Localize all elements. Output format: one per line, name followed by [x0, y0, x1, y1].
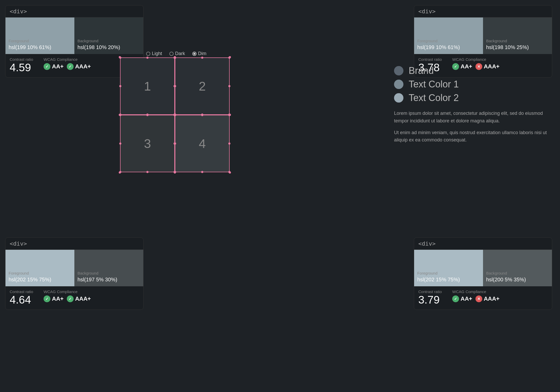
- panel-tr-tag: <div>: [414, 5, 552, 17]
- handle-c3-ml[interactable]: [119, 142, 121, 145]
- handle-c1-tl[interactable]: [119, 57, 121, 59]
- grid-cell-1-label: 1: [144, 79, 151, 93]
- panel-tl-aaa-icon: ✓: [67, 63, 74, 70]
- theme-option-light[interactable]: Light: [146, 51, 162, 56]
- theme-selector: Light Dark Dim: [146, 51, 206, 56]
- panel-bl-contrast-value: 4.64: [10, 294, 33, 305]
- theme-dim-label: Dim: [198, 51, 206, 56]
- panel-br-contrast-label: Contrast ratio: [418, 289, 442, 294]
- handle-c3-tm[interactable]: [146, 114, 148, 116]
- handle-c2-tr[interactable]: [228, 57, 230, 59]
- panel-tl-fg-value: hsl(199 10% 61%): [9, 44, 51, 51]
- panel-bl-fg-value: hsl(202 15% 75%): [9, 276, 51, 283]
- handle-c1-tm[interactable]: [146, 57, 148, 59]
- radio-light[interactable]: [146, 52, 150, 56]
- handle-c4-tr[interactable]: [228, 114, 230, 116]
- panel-tr-fg-value: hsl(199 10% 61%): [417, 44, 460, 51]
- panel-tr-bg-label: Background: [486, 38, 529, 44]
- panel-bl-tag: <div>: [5, 238, 143, 250]
- handle-c1-ml[interactable]: [119, 85, 121, 87]
- handle-c2-mr[interactable]: [228, 85, 230, 87]
- handle-c2-tm[interactable]: [201, 57, 203, 59]
- info-panel: Brand Text Color 1 Text Color 2 Lorem ip…: [391, 60, 553, 144]
- theme-option-dark[interactable]: Dark: [169, 51, 185, 56]
- handle-c4-br[interactable]: [228, 171, 230, 173]
- panel-tl-aaa-badge: ✓ AAA+: [67, 63, 91, 70]
- panel-br-wcag-label: WCAG Compliance: [452, 289, 499, 294]
- panel-br-bg-value: hsl(200 5% 35%): [486, 276, 526, 283]
- legend-dot-text1: [394, 80, 403, 89]
- panel-bottom-left: <div> Foreground hsl(202 15% 75%) Backgr…: [5, 237, 144, 310]
- handle-c4-bm[interactable]: [201, 171, 203, 173]
- lorem-p1: Lorem ipsum dolor sit amet, consectetur …: [394, 110, 551, 125]
- grid-cell-3[interactable]: 3: [120, 115, 175, 172]
- panel-bl-bg-swatch: Background hsl(197 5% 30%): [74, 250, 143, 286]
- panel-tl-aa-badge: ✓ AA+: [44, 63, 64, 70]
- handle-c4-tm[interactable]: [201, 114, 203, 116]
- handle-c2-ml[interactable]: [174, 85, 176, 87]
- panel-tl-aa-icon: ✓: [44, 63, 50, 70]
- panel-bl-contrast-label: Contrast ratio: [10, 289, 33, 294]
- panel-bl-aa-label: AA+: [52, 295, 64, 302]
- panel-bl-wcag-label: WCAG Compliance: [44, 289, 91, 294]
- legend-label-text1: Text Color 1: [409, 79, 459, 90]
- legend-dot-text2: [394, 93, 403, 103]
- handle-c4-bl[interactable]: [174, 171, 176, 173]
- panel-tl-bg-label: Background: [78, 38, 120, 44]
- panel-tr-bg-swatch: Background hsl(198 10% 25%): [483, 17, 552, 54]
- panel-br-aaa-badge: ✕ AAA+: [475, 295, 500, 302]
- panel-tl-fg-label: Foreground: [9, 38, 51, 44]
- grid-cell-1[interactable]: 1: [120, 57, 175, 115]
- panel-br-aa-label: AA+: [461, 295, 472, 302]
- grid-cell-2-label: 2: [199, 79, 206, 93]
- handle-c4-ml[interactable]: [174, 142, 176, 145]
- handle-c2-tl[interactable]: [174, 57, 176, 59]
- panel-bl-aa-icon: ✓: [44, 295, 50, 302]
- panel-br-tag: <div>: [414, 238, 552, 250]
- radio-dim[interactable]: [192, 52, 196, 56]
- legend-dot-brand: [394, 66, 403, 75]
- handle-c3-tl[interactable]: [119, 114, 121, 116]
- legend: Brand Text Color 1 Text Color 2: [391, 65, 553, 103]
- panel-tl-wcag-label: WCAG Compliance: [44, 57, 91, 62]
- panel-tl-fg-swatch: Foreground hsl(199 10% 61%): [5, 17, 74, 54]
- panel-bl-fg-label: Foreground: [9, 270, 51, 276]
- handle-c3-bl[interactable]: [119, 171, 121, 173]
- panel-tl-tag: <div>: [5, 5, 143, 17]
- panel-br-aa-icon: ✓: [452, 295, 459, 302]
- legend-item-brand: Brand: [394, 65, 551, 76]
- panel-br-contrast-value: 3.79: [418, 294, 442, 305]
- panel-br-bg-swatch: Background hsl(200 5% 35%): [483, 250, 552, 286]
- grid-cell-4-label: 4: [199, 136, 206, 151]
- panel-bottom-right: <div> Foreground hsl(202 15% 75%) Backgr…: [414, 237, 552, 310]
- panel-br-aa-badge: ✓ AA+: [452, 295, 472, 302]
- panel-br-fg-value: hsl(202 15% 75%): [417, 276, 460, 283]
- grid-cell-4[interactable]: 4: [175, 115, 230, 172]
- grid-cell-2[interactable]: 2: [175, 57, 230, 115]
- handle-c3-bm[interactable]: [146, 171, 148, 173]
- panel-bl-bg-value: hsl(197 5% 30%): [78, 276, 117, 283]
- legend-item-text2: Text Color 2: [394, 92, 551, 103]
- panel-bl-aa-badge: ✓ AA+: [44, 295, 64, 302]
- handle-c4-tl[interactable]: [174, 114, 176, 116]
- panel-bl-bg-label: Background: [78, 270, 117, 276]
- panel-tl-contrast-label: Contrast ratio: [10, 57, 33, 62]
- lorem-p2: Ut enim ad minim veniam, quis nostrud ex…: [394, 129, 551, 144]
- radio-dark[interactable]: [169, 52, 174, 56]
- theme-light-label: Light: [152, 51, 162, 56]
- panel-bl-fg-swatch: Foreground hsl(202 15% 75%): [5, 250, 74, 286]
- grid-container[interactable]: 1 2 3: [120, 57, 230, 172]
- grid-row-bottom: 3 4: [120, 115, 230, 172]
- panel-br-fg-swatch: Foreground hsl(202 15% 75%): [414, 250, 483, 286]
- panel-tr-fg-swatch: Foreground hsl(199 10% 61%): [414, 17, 483, 54]
- panel-br-fg-label: Foreground: [417, 270, 460, 276]
- panel-bl-aaa-label: AAA+: [75, 295, 91, 302]
- panel-tl-aaa-label: AAA+: [75, 63, 91, 70]
- panel-tl-bg-value: hsl(198 10% 20%): [78, 44, 120, 51]
- legend-label-brand: Brand: [409, 65, 434, 76]
- panel-bl-aaa-badge: ✓ AAA+: [67, 295, 91, 302]
- handle-c4-mr[interactable]: [228, 142, 230, 145]
- legend-label-text2: Text Color 2: [409, 92, 459, 103]
- theme-option-dim[interactable]: Dim: [192, 51, 206, 56]
- panel-bl-aaa-icon: ✓: [67, 295, 74, 302]
